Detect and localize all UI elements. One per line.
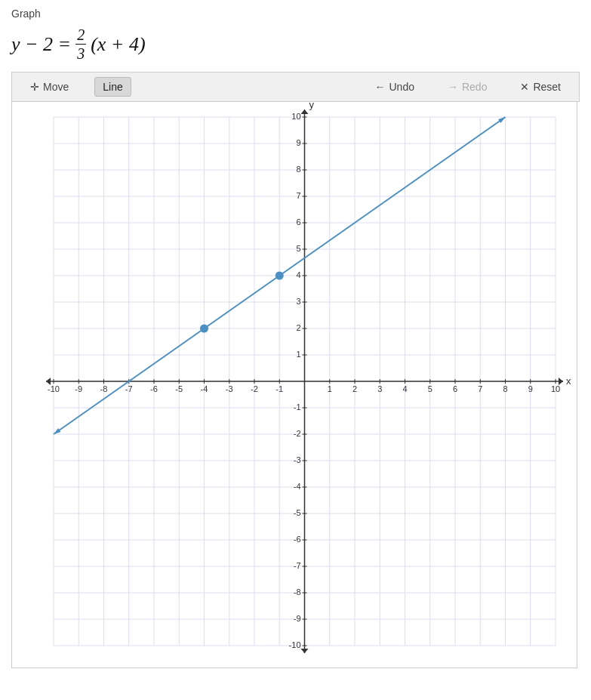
toolbar: ✛ Move Line ← Undo → Redo ✕ Reset [11,72,580,102]
redo-label: Redo [462,81,487,93]
fraction-denominator: 3 [75,45,86,63]
equation-right: (x + 4) [91,33,145,56]
line-tool[interactable]: Line [94,77,131,97]
graph-canvas [12,102,577,668]
redo-button[interactable]: → Redo [440,78,494,96]
move-tool[interactable]: ✛ Move [23,78,76,96]
undo-label: Undo [389,81,414,93]
page-title: Graph [11,8,580,20]
undo-icon: ← [374,81,385,93]
move-label: Move [43,81,69,93]
reset-label: Reset [533,81,561,93]
graph-area[interactable] [11,102,577,668]
fraction-numerator: 2 [75,26,86,45]
redo-icon: → [448,81,458,93]
move-icon: ✛ [30,81,39,93]
undo-button[interactable]: ← Undo [367,78,421,96]
line-label: Line [103,81,122,93]
equation-display: y − 2 = 2 3 (x + 4) [11,26,580,63]
reset-icon: ✕ [520,81,529,93]
equation-left: y − 2 = [11,33,71,56]
equation-fraction: 2 3 [75,26,86,63]
reset-button[interactable]: ✕ Reset [513,78,568,96]
